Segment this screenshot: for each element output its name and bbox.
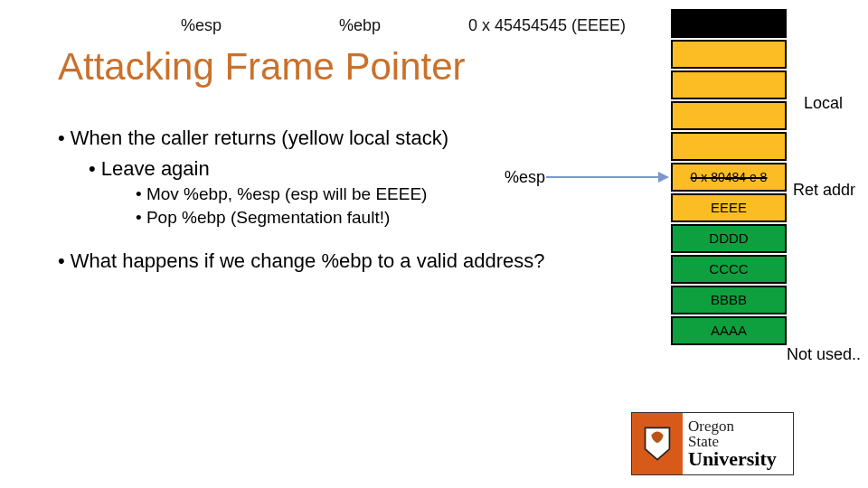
esp-pointer-label: %esp [505,168,545,187]
label-ebp: %ebp [339,16,381,35]
page-title: Attacking Frame Pointer [58,45,466,89]
bullet-level1: When the caller returns (yellow local st… [58,127,627,150]
stack-cell-local [671,132,787,161]
annotation-notused: Not used.. [787,345,861,364]
stack-diagram: 0 x 80484 e 8 EEEE DDDD CCCC BBBB AAAA [671,9,787,347]
stack-cell-local [671,40,787,69]
stack-cell-buffer: DDDD [671,224,787,253]
arrow-esp [546,176,667,178]
annotation-retaddr: Ret addr [793,181,855,200]
stack-cell-buffer: AAAA [671,316,787,345]
label-esp: %esp [181,16,222,35]
stack-cell-buffer: BBBB [671,286,787,314]
stack-cell-retaddr: 0 x 80484 e 8 [671,163,787,192]
logo-line1: Oregon [688,418,793,434]
stack-cell-black [671,9,787,38]
annotation-local: Local [804,94,843,113]
stack-cell-local [671,70,787,99]
logo-text: Oregon State University [683,413,793,474]
beaver-shield-icon [632,413,683,474]
stack-cell-buffer: CCCC [671,255,787,284]
oregon-state-logo: Oregon State University [631,412,794,475]
stack-cell-local [671,101,787,130]
bullet-question: What happens if we change %ebp to a vali… [58,228,627,273]
logo-line3: University [688,449,793,469]
label-address: 0 x 45454545 (EEEE) [468,16,626,35]
stack-cell-saved-ebp: EEEE [671,193,787,222]
bullet-level3: Mov %ebp, %esp (esp will be EEEE) [136,181,627,204]
retaddr-value: 0 x 80484 e 8 [691,170,768,184]
bullet-level3: Pop %ebp (Segmentation fault!) [136,204,627,228]
bullet-content: When the caller returns (yellow local st… [58,127,627,273]
